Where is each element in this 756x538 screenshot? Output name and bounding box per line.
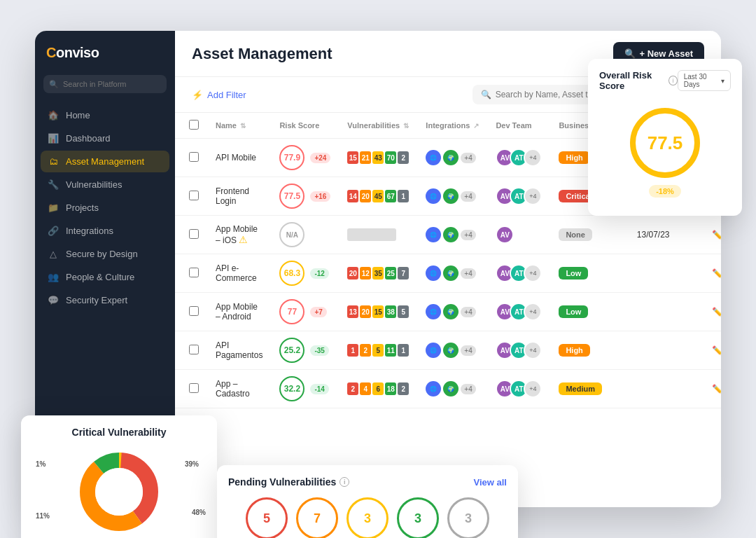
integration-icon: 🌍	[443, 188, 458, 204]
edit-button[interactable]: ✏️	[712, 345, 721, 356]
row-checkbox[interactable]	[189, 191, 199, 200]
sidebar-item-label: People & Culture	[66, 272, 134, 282]
vuln-cell	[339, 216, 417, 254]
col-risk: Risk Score	[271, 113, 339, 139]
risk-delta: +16	[310, 191, 330, 202]
pending-title: Pending Vulnerabilities i	[228, 476, 349, 488]
pending-circle: 3	[447, 497, 489, 538]
dev-team-icons: AV AT +4	[496, 303, 542, 321]
last-updated-cell	[629, 370, 704, 408]
dev-team-cell: AV AT +4	[487, 177, 550, 216]
pending-count: 3	[414, 512, 421, 525]
vuln-bar: 20	[360, 190, 371, 202]
avatar: AV	[496, 226, 514, 244]
dev-team-icons: AV AT +4	[496, 264, 542, 282]
risk-score-cell: 77 +7	[271, 293, 339, 331]
integrations-cell: 🌐 🌍 +4	[417, 139, 487, 177]
sidebar-item-security-expert[interactable]: 💬 Security Expert	[41, 289, 169, 311]
pending-circle: 3	[346, 497, 388, 538]
pending-item: 3 Low	[397, 497, 439, 538]
avatar-more: +4	[524, 187, 542, 205]
sidebar-item-dashboard[interactable]: 📊 Dashboard	[41, 127, 169, 149]
edit-button[interactable]: ✏️	[712, 230, 721, 240]
col-name: Name ⇅	[207, 113, 271, 139]
vuln-cell: 152143702	[339, 139, 417, 177]
search-icon: 🔍	[49, 80, 59, 89]
sidebar-item-secure-by-design[interactable]: △ Secure by Design	[41, 243, 169, 265]
row-checkbox[interactable]	[189, 268, 199, 277]
integration-icon: 🌍	[443, 265, 458, 281]
gauge-circle: 77.5	[630, 108, 700, 178]
sidebar-item-people-culture[interactable]: 👥 People & Culture	[41, 266, 169, 288]
sidebar-item-integrations[interactable]: 🔗 Integrations	[41, 220, 169, 242]
vuln-bar: 1	[398, 344, 409, 357]
integration-icon: 🌐	[426, 265, 441, 281]
vuln-bar: 11	[385, 344, 396, 357]
integrations-more: +4	[461, 230, 475, 240]
integrations-more: +4	[461, 345, 475, 356]
folder-icon: 🗂	[48, 156, 59, 167]
risk-score-panel: Overall Risk Score i Last 30 Days ▾ 77.5…	[588, 59, 742, 216]
vuln-bar: 2	[398, 382, 409, 395]
info-icon[interactable]: i	[340, 477, 349, 487]
row-checkbox[interactable]	[189, 345, 199, 354]
integration-icon: 🌐	[426, 304, 441, 319]
integrations-more: +4	[461, 153, 475, 163]
dev-team-icons: AV AT +4	[496, 341, 542, 359]
avatar-more: +4	[524, 264, 542, 282]
asset-name: API Mobile	[207, 139, 271, 177]
vuln-bar: 25	[385, 267, 396, 280]
col-devteam: Dev Team	[487, 113, 550, 139]
vuln-bar: 5	[372, 344, 384, 357]
vuln-bar: 4	[360, 382, 371, 395]
integration-icon: 🌍	[443, 150, 458, 165]
integration-icons: 🌐 🌍 +4	[426, 265, 479, 281]
table-row: API e-Commerce 68.3 -12 201235257 🌐 🌍 +4…	[175, 254, 721, 293]
edit-button[interactable]: ✏️	[712, 268, 721, 279]
risk-circle: 68.3	[279, 261, 304, 286]
actions-cell: ✏️ 🗑️	[704, 216, 721, 254]
integrations-more: +4	[461, 268, 475, 279]
search-input[interactable]	[43, 75, 167, 93]
vuln-bar: 70	[385, 151, 396, 164]
info-icon[interactable]: i	[668, 76, 677, 85]
vuln-bar: 45	[372, 190, 384, 202]
edit-button[interactable]: ✏️	[712, 384, 721, 394]
asset-name: App – Cadastro	[207, 370, 271, 408]
sidebar-item-home[interactable]: 🏠 Home	[41, 104, 169, 126]
select-all-checkbox[interactable]	[189, 120, 199, 130]
dev-team-icons: AV AT +4	[496, 187, 542, 205]
add-filter-button[interactable]: ⚡ Add Filter	[192, 90, 246, 100]
business-impact-badge: Low	[559, 267, 588, 280]
last-updated-cell	[629, 331, 704, 370]
logo: Conviso	[35, 31, 175, 75]
chat-icon: 💬	[48, 295, 59, 305]
pending-vulns-panel: Pending Vulnerabilities i View all 5 Cri…	[217, 465, 518, 538]
dev-team-cell: AV AT +4	[487, 331, 550, 370]
pending-count: 3	[465, 512, 472, 525]
vuln-bar: 2	[347, 382, 358, 395]
view-all-link[interactable]: View all	[474, 477, 507, 488]
row-checkbox[interactable]	[189, 152, 199, 162]
sidebar-item-label: Asset Management	[66, 156, 144, 167]
vuln-cell: 201235257	[339, 254, 417, 293]
sidebar-item-asset-management[interactable]: 🗂 Asset Management	[41, 151, 169, 172]
people-icon: 👥	[48, 272, 59, 282]
row-checkbox[interactable]	[189, 383, 199, 393]
vuln-cell: 125111	[339, 331, 417, 370]
row-checkbox[interactable]	[189, 229, 199, 239]
vuln-bars: 132015385	[347, 305, 409, 318]
vuln-bar: 15	[347, 151, 358, 164]
row-checkbox[interactable]	[189, 306, 199, 316]
sidebar-item-vulnerabilities[interactable]: 🔧 Vulnerabilities	[41, 174, 169, 195]
dev-team-cell: AV AT +4	[487, 370, 550, 408]
sidebar-item-label: Security Expert	[66, 295, 127, 305]
col-integrations: Integrations ↗	[417, 113, 487, 139]
period-dropdown[interactable]: Last 30 Days ▾	[678, 70, 731, 91]
vuln-bar: 5	[398, 305, 409, 318]
vuln-bar: 20	[347, 267, 358, 280]
sidebar-item-projects[interactable]: 📁 Projects	[41, 197, 169, 219]
edit-button[interactable]: ✏️	[712, 307, 721, 317]
integrations-cell: 🌐 🌍 +4	[417, 370, 487, 408]
pending-item: 5 Critical	[246, 497, 288, 538]
